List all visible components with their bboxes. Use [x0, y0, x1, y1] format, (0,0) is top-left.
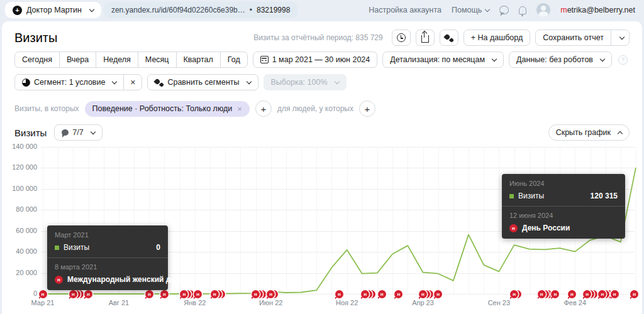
segment-clear-button[interactable]: ×	[123, 74, 142, 90]
holiday-marker-icon[interactable]: н	[84, 290, 92, 298]
chart-section-header: Визиты 7/7 Скрыть график	[14, 124, 630, 141]
email-rest: etrika@belberry.net	[567, 6, 635, 14]
segment-condition-tag[interactable]: Поведение · Роботность: Только люди ×	[85, 101, 250, 117]
report-period-total: Визиты за отчётный период: 835 729	[253, 33, 383, 42]
metrics-button[interactable]	[440, 30, 458, 46]
holiday-marker-icon[interactable]: н	[267, 290, 275, 298]
chevron-down-icon	[485, 7, 490, 12]
speech-bubble-icon	[62, 129, 69, 136]
date-range-button[interactable]: 1 мар 2021 — 30 июн 2024	[253, 51, 378, 68]
hide-chart-button[interactable]: Скрыть график	[548, 124, 630, 141]
holiday-marker-icon[interactable]: н	[510, 290, 518, 298]
holiday-marker-icon[interactable]: н	[630, 290, 638, 298]
clock-icon	[397, 33, 406, 42]
feedback-chat-icon[interactable]	[499, 6, 509, 14]
counter-url-pill[interactable]: zen.yandex.ru/id/60f94d02260c6e39b… • 83…	[104, 2, 297, 18]
holiday-marker-icon[interactable]: н	[419, 290, 427, 298]
period-preset-button[interactable]: Месяц	[138, 51, 177, 68]
compare-label: Сравнить сегменты	[167, 78, 239, 87]
period-preset-button[interactable]: Неделя	[96, 51, 138, 68]
tooltip-metric-value: 0	[156, 243, 160, 252]
chart-title: Визиты	[14, 127, 47, 138]
holiday-marker-icon[interactable]: н	[194, 290, 202, 298]
holiday-marker-icon[interactable]: н	[69, 290, 77, 298]
sampling-dropdown[interactable]: Выборка: 100%	[264, 74, 347, 90]
add-people-condition-button[interactable]: +	[359, 100, 375, 117]
email-highlight: m	[560, 6, 567, 14]
tooltip-divider	[47, 257, 168, 258]
add-visit-condition-button[interactable]: +	[255, 100, 272, 117]
period-preset-button[interactable]: Сегодня	[14, 51, 60, 68]
holiday-marker-icon[interactable]: н	[361, 290, 369, 298]
avatar[interactable]	[536, 3, 550, 17]
hide-chart-label: Скрыть график	[556, 128, 611, 137]
tooltip-holiday-date: 8 марта 2021	[55, 263, 160, 271]
tooltip-metric-value: 120 315	[591, 192, 618, 200]
holiday-marker-icon[interactable]: н	[434, 290, 442, 298]
help-menu[interactable]: Помощь	[452, 6, 489, 14]
segment-label: Сегмент: 1 условие	[34, 78, 105, 87]
holiday-marker-icon[interactable]: н	[335, 290, 343, 298]
holiday-marker-icon[interactable]: н	[598, 290, 606, 298]
counter-name: Доктор Мартин	[26, 6, 82, 14]
data-mode-label: Данные: без роботов	[516, 55, 593, 64]
compare-drops-icon	[155, 78, 164, 87]
chart-area[interactable]: 020 00040 00060 00080 000100 000120 0001…	[2, 141, 642, 309]
tooltip-metric-name: Визиты	[518, 192, 544, 200]
holiday-marker-icon[interactable]: н	[583, 290, 591, 298]
annotations-dropdown[interactable]: 7/7	[54, 124, 102, 141]
save-report-dropdown-button[interactable]	[611, 30, 630, 46]
data-mode-dropdown[interactable]: Данные: без роботов	[509, 51, 612, 68]
holiday-marker-icon[interactable]: н	[611, 290, 619, 298]
holiday-marker-icon: н	[509, 224, 518, 232]
counter-id: 83219998	[257, 6, 290, 14]
save-report-button[interactable]: Сохранить отчет	[535, 30, 611, 46]
segment-pie-icon	[22, 78, 30, 87]
notifications-bell-icon[interactable]	[519, 6, 526, 14]
remove-tag-icon[interactable]: ×	[237, 104, 242, 114]
topbar-right: Настройка аккаунта Помощь metrika@belber…	[369, 3, 635, 17]
holiday-marker-icon[interactable]: н	[551, 290, 559, 298]
holiday-marker-icon[interactable]: н	[538, 290, 546, 298]
tooltip-holiday-name: Международный женский день	[67, 275, 184, 284]
holiday-marker-icon[interactable]: н	[568, 290, 576, 298]
page-header: Визиты Визиты за отчётный период: 835 72…	[14, 21, 630, 51]
holiday-marker-icon[interactable]: н	[160, 290, 169, 298]
compare-segments-dropdown[interactable]: Сравнить сегменты	[147, 74, 258, 90]
detalization-dropdown[interactable]: Детализация: по месяцам	[382, 51, 504, 68]
visits-legend-swatch	[509, 194, 514, 198]
account-settings-link[interactable]: Настройка аккаунта	[369, 6, 441, 14]
period-preset-button[interactable]: Вчера	[59, 51, 96, 68]
help-label: Помощь	[452, 6, 482, 14]
period-preset-button[interactable]: Год	[220, 51, 248, 68]
period-preset-button[interactable]: Квартал	[176, 51, 221, 68]
add-to-dashboard-button[interactable]: + На дашборд	[464, 30, 531, 46]
holiday-marker-icon[interactable]: н	[180, 290, 188, 298]
condition-tag-label: Поведение · Роботность: Только люди	[92, 104, 233, 113]
tooltip-june-2024: Июнь 2024 Визиты 120 315 12 июня 2024 н …	[502, 174, 625, 239]
holiday-marker-icon[interactable]: н	[252, 290, 260, 298]
tooltip-period: Июнь 2024	[509, 180, 618, 187]
save-report-label: Сохранить отчет	[543, 33, 604, 42]
export-button[interactable]	[416, 30, 435, 46]
question-icon[interactable]: ?	[618, 55, 628, 65]
topbar: + Доктор Мартин zen.yandex.ru/id/60f94d0…	[0, 0, 644, 20]
export-icon	[421, 35, 429, 43]
holiday-marker-icon[interactable]: н	[211, 290, 219, 298]
counter-switcher[interactable]: + Доктор Мартин	[5, 2, 101, 18]
report-card: Визиты Визиты за отчётный период: 835 72…	[2, 21, 642, 314]
chevron-down-icon	[334, 79, 339, 84]
user-email[interactable]: metrika@belberry.net	[560, 6, 635, 14]
toolbar: СегодняВчераНеделяМесяцКварталГод 1 мар …	[14, 51, 630, 68]
holiday-marker-icon[interactable]: н	[378, 290, 386, 298]
metrika-logo-icon: +	[13, 6, 22, 15]
segment-dropdown[interactable]: Сегмент: 1 условие	[14, 74, 124, 90]
holiday-marker-icon[interactable]: н	[39, 290, 47, 298]
detalization-label: Детализация: по месяцам	[390, 55, 485, 64]
segment-split: Сегмент: 1 условие ×	[14, 74, 142, 90]
schedule-button[interactable]	[392, 30, 411, 46]
period-presets: СегодняВчераНеделяМесяцКварталГод	[14, 51, 248, 68]
segment-bar: Сегмент: 1 условие × Сравнить сегменты В…	[14, 74, 630, 90]
holiday-marker-icon[interactable]: н	[145, 290, 153, 298]
holiday-marker-icon[interactable]: н	[394, 290, 402, 298]
